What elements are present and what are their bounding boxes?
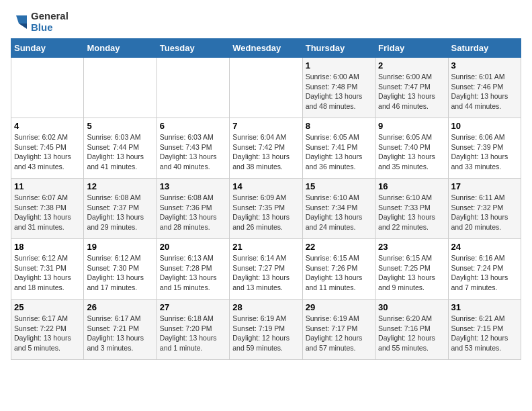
day-info: Sunrise: 6:02 AM Sunset: 7:45 PM Dayligh…: [14, 132, 81, 172]
calendar-cell: 7Sunrise: 6:04 AM Sunset: 7:42 PM Daylig…: [230, 118, 302, 179]
day-number: 27: [160, 302, 226, 312]
calendar-cell: 12Sunrise: 6:08 AM Sunset: 7:37 PM Dayli…: [84, 179, 157, 239]
header-thursday: Thursday: [302, 39, 375, 58]
day-number: 5: [87, 121, 153, 131]
day-info: Sunrise: 6:17 AM Sunset: 7:21 PM Dayligh…: [87, 314, 153, 353]
day-info: Sunrise: 6:12 AM Sunset: 7:30 PM Dayligh…: [87, 253, 153, 293]
week-row-1: 1Sunrise: 6:00 AM Sunset: 7:48 PM Daylig…: [11, 58, 521, 118]
day-number: 7: [232, 121, 299, 131]
day-info: Sunrise: 6:05 AM Sunset: 7:40 PM Dayligh…: [378, 132, 445, 172]
calendar-cell: 15Sunrise: 6:10 AM Sunset: 7:34 PM Dayli…: [302, 179, 375, 239]
day-number: 9: [378, 121, 445, 131]
day-number: 15: [306, 181, 372, 191]
calendar-cell: 4Sunrise: 6:02 AM Sunset: 7:45 PM Daylig…: [11, 118, 84, 179]
calendar-cell: 1Sunrise: 6:00 AM Sunset: 7:48 PM Daylig…: [302, 58, 375, 118]
day-number: 12: [87, 181, 153, 191]
day-number: 16: [378, 181, 445, 191]
calendar-cell: 30Sunrise: 6:20 AM Sunset: 7:16 PM Dayli…: [375, 300, 448, 360]
calendar-cell: [157, 58, 229, 118]
calendar-cell: 19Sunrise: 6:12 AM Sunset: 7:30 PM Dayli…: [84, 239, 157, 300]
day-number: 26: [87, 302, 153, 312]
day-info: Sunrise: 6:10 AM Sunset: 7:33 PM Dayligh…: [378, 193, 445, 232]
calendar-cell: [11, 58, 84, 118]
calendar-cell: [84, 58, 157, 118]
week-row-5: 25Sunrise: 6:17 AM Sunset: 7:22 PM Dayli…: [11, 300, 521, 360]
day-info: Sunrise: 6:15 AM Sunset: 7:25 PM Dayligh…: [378, 253, 445, 293]
day-number: 31: [451, 302, 518, 312]
day-number: 28: [232, 302, 299, 312]
logo-text: General Blue: [31, 11, 69, 33]
week-row-4: 18Sunrise: 6:12 AM Sunset: 7:31 PM Dayli…: [11, 239, 521, 300]
day-number: 25: [14, 302, 81, 312]
day-info: Sunrise: 6:04 AM Sunset: 7:42 PM Dayligh…: [232, 132, 299, 172]
header-sunday: Sunday: [11, 39, 84, 58]
day-info: Sunrise: 6:19 AM Sunset: 7:19 PM Dayligh…: [232, 314, 299, 353]
day-info: Sunrise: 6:08 AM Sunset: 7:37 PM Dayligh…: [87, 193, 153, 232]
day-number: 30: [378, 302, 445, 312]
header-friday: Friday: [375, 39, 448, 58]
calendar-cell: 6Sunrise: 6:03 AM Sunset: 7:43 PM Daylig…: [157, 118, 229, 179]
day-number: 2: [378, 60, 445, 71]
calendar-cell: 16Sunrise: 6:10 AM Sunset: 7:33 PM Dayli…: [375, 179, 448, 239]
day-info: Sunrise: 6:12 AM Sunset: 7:31 PM Dayligh…: [14, 253, 81, 293]
calendar-cell: 21Sunrise: 6:14 AM Sunset: 7:27 PM Dayli…: [230, 239, 302, 300]
day-number: 14: [232, 181, 299, 191]
day-info: Sunrise: 6:03 AM Sunset: 7:43 PM Dayligh…: [160, 132, 226, 172]
calendar-cell: 29Sunrise: 6:19 AM Sunset: 7:17 PM Dayli…: [302, 300, 375, 360]
day-info: Sunrise: 6:11 AM Sunset: 7:32 PM Dayligh…: [451, 193, 518, 232]
calendar-cell: 13Sunrise: 6:08 AM Sunset: 7:36 PM Dayli…: [157, 179, 229, 239]
calendar-cell: 26Sunrise: 6:17 AM Sunset: 7:21 PM Dayli…: [84, 300, 157, 360]
day-number: 13: [160, 181, 226, 191]
calendar-cell: 5Sunrise: 6:03 AM Sunset: 7:44 PM Daylig…: [84, 118, 157, 179]
day-number: 22: [306, 242, 372, 252]
calendar-cell: 28Sunrise: 6:19 AM Sunset: 7:19 PM Dayli…: [230, 300, 302, 360]
calendar-cell: 31Sunrise: 6:21 AM Sunset: 7:15 PM Dayli…: [448, 300, 521, 360]
calendar-header-row: SundayMondayTuesdayWednesdayThursdayFrid…: [11, 39, 521, 58]
svg-marker-0: [16, 15, 27, 24]
calendar-cell: 3Sunrise: 6:01 AM Sunset: 7:46 PM Daylig…: [448, 58, 521, 118]
header-wednesday: Wednesday: [230, 39, 302, 58]
day-info: Sunrise: 6:10 AM Sunset: 7:34 PM Dayligh…: [306, 193, 372, 232]
day-number: 19: [87, 242, 153, 252]
day-info: Sunrise: 6:18 AM Sunset: 7:20 PM Dayligh…: [160, 314, 226, 353]
day-number: 10: [451, 121, 518, 131]
svg-marker-1: [19, 24, 27, 29]
calendar-cell: 18Sunrise: 6:12 AM Sunset: 7:31 PM Dayli…: [11, 239, 84, 300]
calendar-cell: 22Sunrise: 6:15 AM Sunset: 7:26 PM Dayli…: [302, 239, 375, 300]
logo: General Blue: [11, 11, 69, 33]
calendar-table: SundayMondayTuesdayWednesdayThursdayFrid…: [11, 38, 521, 360]
day-info: Sunrise: 6:19 AM Sunset: 7:17 PM Dayligh…: [306, 314, 372, 353]
day-number: 18: [14, 242, 81, 252]
day-info: Sunrise: 6:21 AM Sunset: 7:15 PM Dayligh…: [451, 314, 518, 353]
logo-mark: [11, 15, 27, 29]
day-info: Sunrise: 6:16 AM Sunset: 7:24 PM Dayligh…: [451, 253, 518, 293]
day-number: 29: [306, 302, 372, 312]
day-info: Sunrise: 6:06 AM Sunset: 7:39 PM Dayligh…: [451, 132, 518, 172]
day-number: 4: [14, 121, 81, 131]
day-info: Sunrise: 6:05 AM Sunset: 7:41 PM Dayligh…: [306, 132, 372, 172]
day-number: 11: [14, 181, 81, 191]
day-number: 8: [306, 121, 372, 131]
day-number: 3: [451, 60, 518, 71]
calendar-cell: 8Sunrise: 6:05 AM Sunset: 7:41 PM Daylig…: [302, 118, 375, 179]
day-number: 24: [451, 242, 518, 252]
calendar-cell: 23Sunrise: 6:15 AM Sunset: 7:25 PM Dayli…: [375, 239, 448, 300]
calendar-cell: 14Sunrise: 6:09 AM Sunset: 7:35 PM Dayli…: [230, 179, 302, 239]
calendar-cell: [230, 58, 302, 118]
day-info: Sunrise: 6:09 AM Sunset: 7:35 PM Dayligh…: [232, 193, 299, 232]
day-number: 20: [160, 242, 226, 252]
week-row-3: 11Sunrise: 6:07 AM Sunset: 7:38 PM Dayli…: [11, 179, 521, 239]
day-info: Sunrise: 6:01 AM Sunset: 7:46 PM Dayligh…: [451, 72, 518, 111]
day-number: 17: [451, 181, 518, 191]
calendar-cell: 2Sunrise: 6:00 AM Sunset: 7:47 PM Daylig…: [375, 58, 448, 118]
header-tuesday: Tuesday: [157, 39, 229, 58]
calendar-cell: 24Sunrise: 6:16 AM Sunset: 7:24 PM Dayli…: [448, 239, 521, 300]
calendar-cell: 10Sunrise: 6:06 AM Sunset: 7:39 PM Dayli…: [448, 118, 521, 179]
page-header: General Blue: [11, 11, 521, 33]
day-info: Sunrise: 6:20 AM Sunset: 7:16 PM Dayligh…: [378, 314, 445, 353]
calendar-cell: 9Sunrise: 6:05 AM Sunset: 7:40 PM Daylig…: [375, 118, 448, 179]
day-number: 23: [378, 242, 445, 252]
day-info: Sunrise: 6:15 AM Sunset: 7:26 PM Dayligh…: [306, 253, 372, 293]
day-info: Sunrise: 6:07 AM Sunset: 7:38 PM Dayligh…: [14, 193, 81, 232]
day-info: Sunrise: 6:08 AM Sunset: 7:36 PM Dayligh…: [160, 193, 226, 232]
